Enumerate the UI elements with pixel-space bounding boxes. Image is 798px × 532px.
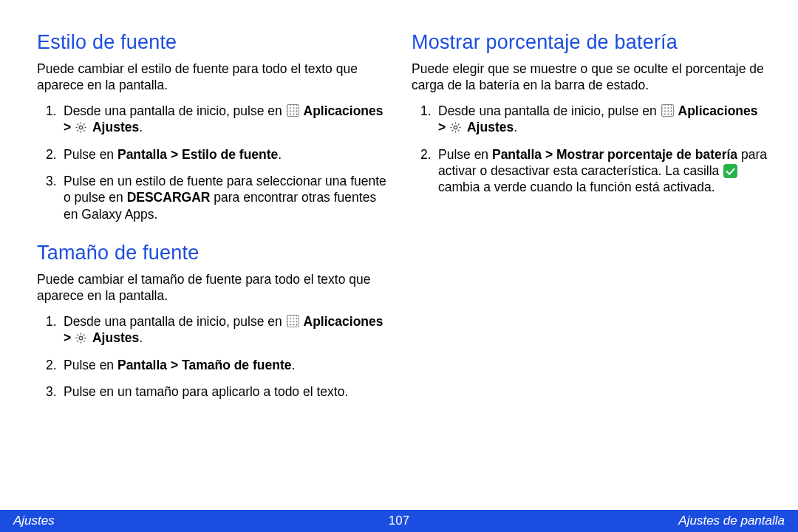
breadcrumb-sep: > [438,120,449,134]
heading-tamano-fuente: Tamaño de fuente [37,242,392,265]
apps-grid-icon [287,104,299,117]
settings-gear-icon [75,332,87,344]
footer-right: Ajustes de pantalla [409,514,785,528]
step-1: 1. Desde una pantalla de inicio, pulse e… [420,103,767,136]
breadcrumb-sep: > [64,330,75,345]
step-text: Desde una pantalla de inicio, pulse en [438,103,661,118]
intro-estilo-fuente: Puede cambiar el estilo de fuente para t… [37,61,392,94]
heading-porcentaje-bateria: Mostrar porcentaje de batería [412,31,767,54]
manual-page: Estilo de fuente Puede cambiar el estilo… [0,0,798,510]
period: . [139,120,143,134]
step-2: 2. Pulse en Pantalla > Mostrar porcentaj… [420,146,767,196]
period: . [278,147,282,162]
step-text: Pulse en [438,147,492,162]
apps-grid-icon [287,315,299,327]
path-pantalla-estilo: Pantalla > Estilo de fuente [117,147,278,162]
step-number: 3. [46,383,64,400]
breadcrumb-sep: > [64,120,75,134]
footer-left: Ajustes [13,514,389,528]
period: . [139,330,143,345]
step-1: 1. Desde una pantalla de inicio, pulse e… [46,103,392,136]
path-pantalla-tamano: Pantalla > Tamaño de fuente [117,358,292,372]
heading-estilo-fuente: Estilo de fuente [37,31,392,54]
step-number: 2. [46,146,64,163]
step-text: cambia a verde cuando la función está ac… [438,180,715,194]
intro-porcentaje-bateria: Puede elegir que se muestre o que se ocu… [412,61,767,94]
step-number: 1. [46,103,64,119]
apps-grid-icon [661,104,674,117]
step-text: Pulse en [64,358,117,372]
right-column: Mostrar porcentaje de batería Puede eleg… [412,31,767,510]
left-column: Estilo de fuente Puede cambiar el estilo… [37,31,392,510]
path-pantalla-bateria: Pantalla > Mostrar porcentaje de batería [492,147,737,162]
apps-label: Aplicaciones [304,103,383,118]
step-2: 2. Pulse en Pantalla > Estilo de fuente. [46,146,392,163]
settings-label: Ajustes [92,120,139,134]
step-number: 1. [46,313,64,330]
settings-gear-icon [449,121,462,134]
steps-porcentaje-bateria: 1. Desde una pantalla de inicio, pulse e… [412,103,767,196]
period: . [291,358,295,372]
step-2: 2. Pulse en Pantalla > Tamaño de fuente. [46,357,392,373]
steps-tamano-fuente: 1. Desde una pantalla de inicio, pulse e… [37,313,392,400]
apps-label: Aplicaciones [304,314,383,329]
step-number: 2. [420,146,438,163]
step-text: Desde una pantalla de inicio, pulse en [64,103,286,118]
step-number: 3. [46,173,64,189]
step-number: 2. [46,357,64,373]
page-footer: Ajustes 107 Ajustes de pantalla [0,510,798,532]
checkbox-icon [723,164,737,178]
step-1: 1. Desde una pantalla de inicio, pulse e… [46,313,392,347]
step-text: Pulse en un tamaño para aplicarlo a todo… [64,383,392,400]
apps-label: Aplicaciones [678,103,758,118]
step-3: 3. Pulse en un estilo de fuente para sel… [46,173,392,222]
download-label: DESCARGAR [127,190,211,205]
footer-page-number: 107 [389,514,409,528]
step-text: Desde una pantalla de inicio, pulse en [64,314,286,329]
settings-label: Ajustes [467,120,514,134]
step-3: 3. Pulse en un tamaño para aplicarlo a t… [46,383,392,400]
step-number: 1. [420,103,438,119]
settings-label: Ajustes [92,330,139,345]
steps-estilo-fuente: 1. Desde una pantalla de inicio, pulse e… [37,103,392,222]
intro-tamano-fuente: Puede cambiar el tamaño de fuente para t… [37,272,392,304]
settings-gear-icon [75,121,87,134]
period: . [514,120,517,134]
step-text: Pulse en [64,147,117,162]
